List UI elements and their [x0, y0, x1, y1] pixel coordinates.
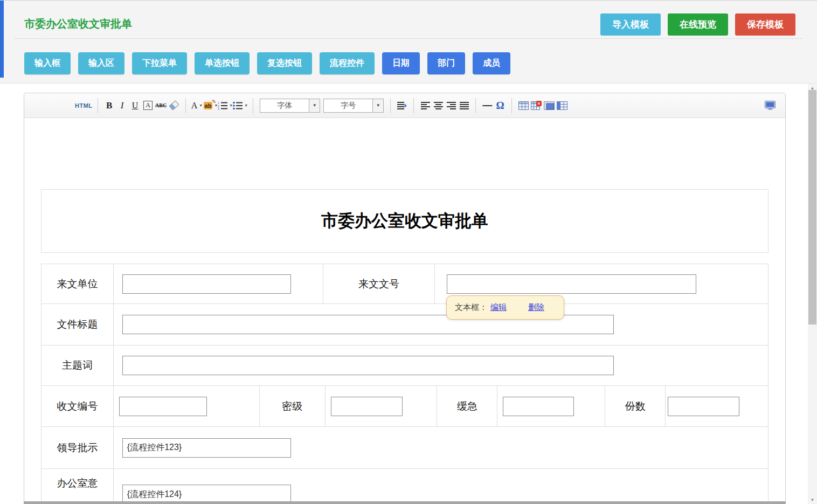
remove-format-button[interactable]	[168, 98, 181, 114]
import-template-button[interactable]: 导入模板	[600, 13, 661, 36]
chevron-down-icon[interactable]: ▼	[373, 99, 384, 113]
indent-button[interactable]	[396, 98, 408, 114]
align-justify-button[interactable]	[458, 98, 470, 114]
font-family-select[interactable]: 字体 ▼	[260, 99, 320, 113]
delete-control-link[interactable]: 删除	[528, 302, 544, 313]
keywords-input[interactable]	[122, 356, 614, 375]
control-tooltip: 文本框： 编辑 删除	[446, 295, 564, 320]
table-properties-icon	[557, 101, 567, 110]
form-table: 来文单位 来文文号 文件标题 主题词	[41, 264, 768, 504]
cell-urgency	[497, 386, 605, 426]
add-date-button[interactable]: 日期	[382, 52, 420, 74]
font-family-value: 字体	[260, 99, 309, 113]
chevron-down-icon: ▼	[229, 103, 233, 107]
document-title: 市委办公室收文审批单	[321, 210, 488, 232]
document-title-cell[interactable]: 市委办公室收文审批单	[41, 189, 768, 253]
secrecy-input[interactable]	[331, 397, 403, 416]
form-control-buttons: 输入框 输入区 下拉菜单 单选按钮 复选按钮 流程控件 日期 部门 成员	[24, 52, 510, 74]
italic-button[interactable]: I	[116, 98, 129, 114]
unordered-list-button[interactable]: ▼	[233, 98, 248, 114]
eraser-icon	[169, 100, 179, 111]
font-color-button[interactable]: A▼	[191, 98, 204, 114]
unordered-list-icon	[233, 101, 243, 110]
html-source-icon: HTML	[75, 102, 93, 109]
leader-remarks-input[interactable]	[122, 438, 291, 458]
bold-icon: B	[106, 100, 112, 111]
copies-input[interactable]	[668, 397, 739, 416]
horizontal-rule-icon: —	[482, 100, 492, 111]
source-code-button[interactable]: HTML	[75, 98, 93, 114]
receipt-number-input[interactable]	[119, 397, 207, 416]
align-center-icon	[434, 101, 443, 110]
add-dropdown-button[interactable]: 下拉菜单	[132, 52, 187, 74]
align-left-icon	[421, 101, 430, 110]
scroll-down-arrow-icon[interactable]: ▼	[808, 495, 817, 504]
indent-icon	[397, 101, 407, 110]
svg-text:×: ×	[537, 101, 540, 106]
bold-button[interactable]: B	[103, 98, 116, 114]
pencil-icon: ✎	[212, 99, 216, 105]
delete-table-button[interactable]: ×	[530, 98, 543, 114]
edit-control-link[interactable]: 编辑	[490, 302, 507, 313]
insert-table-icon	[518, 101, 529, 110]
ordered-list-button[interactable]: 123▼	[218, 98, 233, 114]
table-row: 收文编号 密级 缓急 份数	[41, 386, 768, 427]
add-input-box-button[interactable]: 输入框	[24, 52, 71, 74]
save-template-button[interactable]: 保存模板	[735, 13, 795, 36]
toolbar-separator	[185, 98, 186, 113]
monitor-icon	[765, 101, 776, 110]
label-urgency: 缓急	[437, 386, 497, 426]
horizontal-scrollbar-edge[interactable]	[24, 501, 786, 504]
table-row: 主题词	[41, 346, 768, 386]
page-header: 市委办公室收文审批单 导入模板 在线预览 保存模板 输入框 输入区 下拉菜单 单…	[0, 0, 817, 84]
fullscreen-button[interactable]	[764, 98, 777, 114]
highlight-color-button[interactable]: ab✎▼	[204, 98, 218, 114]
align-left-button[interactable]	[419, 98, 432, 114]
vertical-scrollbar[interactable]: ▲ ▼	[808, 84, 817, 504]
editor-content[interactable]: 市委办公室收文审批单 来文单位 来文文号 文件标题	[24, 118, 785, 504]
strikethrough-button[interactable]: ABC	[155, 98, 168, 114]
cell-secrecy	[325, 386, 437, 426]
add-department-button[interactable]: 部门	[427, 52, 465, 74]
add-input-area-button[interactable]: 输入区	[78, 52, 124, 74]
tooltip-label: 文本框：	[455, 302, 487, 313]
font-style-button[interactable]: A	[142, 98, 155, 114]
urgency-input[interactable]	[503, 397, 574, 416]
omega-icon: Ω	[496, 100, 504, 112]
highlight-icon: ab✎	[204, 102, 213, 109]
table-properties-button[interactable]	[556, 98, 569, 114]
header-actions: 导入模板 在线预览 保存模板	[600, 13, 795, 36]
cell-receipt-number	[113, 386, 259, 426]
svg-text:3: 3	[218, 107, 219, 110]
source-unit-input[interactable]	[122, 274, 291, 294]
page-title: 市委办公室收文审批单	[24, 17, 132, 31]
font-size-select[interactable]: 字号 ▼	[323, 99, 384, 113]
add-member-button[interactable]: 成员	[473, 52, 510, 74]
label-receipt-number: 收文编号	[41, 386, 113, 426]
add-radio-button[interactable]: 单选按钮	[195, 52, 250, 74]
align-center-button[interactable]	[432, 98, 445, 114]
chevron-down-icon[interactable]: ▼	[309, 99, 320, 113]
special-char-button[interactable]: Ω	[494, 98, 507, 114]
insert-table-button[interactable]	[517, 98, 530, 114]
cell-keywords	[113, 346, 768, 385]
doc-number-input[interactable]	[447, 274, 696, 294]
delete-table-icon: ×	[531, 101, 542, 110]
add-checkbox-button[interactable]: 复选按钮	[257, 52, 312, 74]
align-right-button[interactable]	[445, 98, 458, 114]
label-leader-remarks: 领导批示	[41, 427, 113, 468]
underline-button[interactable]: U	[129, 98, 142, 114]
align-right-icon	[447, 101, 456, 110]
online-preview-button[interactable]: 在线预览	[668, 13, 728, 36]
cell-doc-title	[113, 304, 768, 345]
label-secrecy: 密级	[259, 386, 325, 426]
add-flow-control-button[interactable]: 流程控件	[320, 52, 375, 74]
table-row: 办公室意	[41, 469, 768, 504]
dashed-divider	[15, 38, 802, 39]
horizontal-rule-button[interactable]: —	[481, 98, 494, 114]
cell-source-unit	[113, 264, 323, 303]
scrollbar-thumb[interactable]	[808, 90, 816, 325]
label-keywords: 主题词	[41, 346, 113, 385]
label-office-opinion: 办公室意	[41, 469, 113, 504]
table-cell-button[interactable]	[543, 98, 556, 114]
